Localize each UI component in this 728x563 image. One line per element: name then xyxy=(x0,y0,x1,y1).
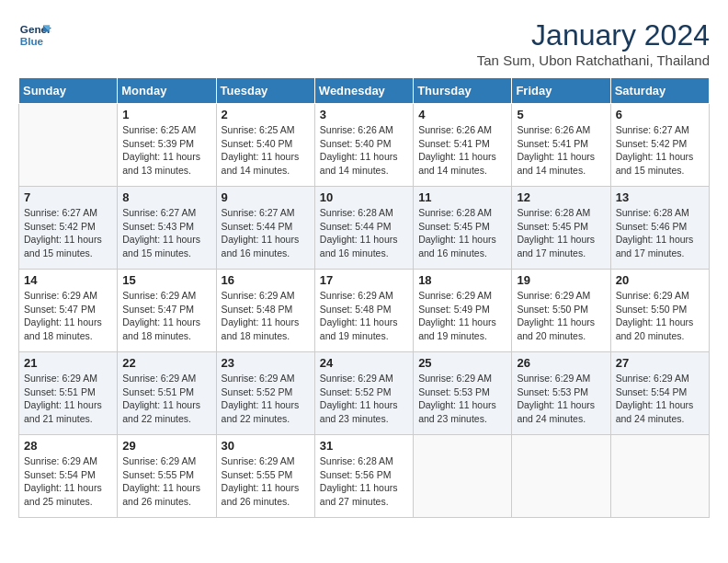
day-number: 14 xyxy=(24,273,112,287)
day-number: 10 xyxy=(320,190,408,204)
calendar-cell: 29Sunrise: 6:29 AM Sunset: 5:55 PM Dayli… xyxy=(118,435,216,518)
day-number: 9 xyxy=(222,190,310,204)
weekday-header-sunday: Sunday xyxy=(19,78,118,104)
day-number: 1 xyxy=(122,108,210,121)
day-info: Sunrise: 6:26 AM Sunset: 5:41 PM Dayligh… xyxy=(517,123,605,178)
day-info: Sunrise: 6:29 AM Sunset: 5:54 PM Dayligh… xyxy=(24,454,112,509)
day-number: 31 xyxy=(320,439,408,453)
day-number: 23 xyxy=(222,356,310,370)
calendar-cell: 9Sunrise: 6:27 AM Sunset: 5:44 PM Daylig… xyxy=(216,187,314,270)
day-number: 7 xyxy=(24,190,112,204)
day-info: Sunrise: 6:29 AM Sunset: 5:55 PM Dayligh… xyxy=(122,454,210,509)
calendar-cell: 30Sunrise: 6:29 AM Sunset: 5:55 PM Dayli… xyxy=(216,435,314,518)
day-number: 16 xyxy=(222,273,310,287)
day-info: Sunrise: 6:25 AM Sunset: 5:40 PM Dayligh… xyxy=(222,123,310,178)
day-info: Sunrise: 6:27 AM Sunset: 5:43 PM Dayligh… xyxy=(122,206,210,260)
day-info: Sunrise: 6:29 AM Sunset: 5:49 PM Dayligh… xyxy=(418,289,506,343)
day-number: 18 xyxy=(418,273,506,287)
day-number: 30 xyxy=(222,439,310,453)
day-number: 8 xyxy=(122,190,210,204)
day-number: 28 xyxy=(24,439,112,453)
calendar-cell: 23Sunrise: 6:29 AM Sunset: 5:52 PM Dayli… xyxy=(216,352,314,435)
weekday-header-saturday: Saturday xyxy=(610,78,709,104)
day-number: 29 xyxy=(122,439,210,453)
day-info: Sunrise: 6:29 AM Sunset: 5:50 PM Dayligh… xyxy=(517,289,605,343)
calendar-cell: 6Sunrise: 6:27 AM Sunset: 5:42 PM Daylig… xyxy=(610,104,709,187)
calendar-cell xyxy=(414,435,512,518)
page-header: General Blue January 2024 Tan Sum, Ubon … xyxy=(18,18,710,68)
day-number: 5 xyxy=(517,108,605,121)
day-info: Sunrise: 6:29 AM Sunset: 5:53 PM Dayligh… xyxy=(418,372,506,426)
weekday-header-friday: Friday xyxy=(512,78,610,104)
calendar-cell: 5Sunrise: 6:26 AM Sunset: 5:41 PM Daylig… xyxy=(512,104,610,187)
day-info: Sunrise: 6:28 AM Sunset: 5:56 PM Dayligh… xyxy=(320,454,408,509)
day-info: Sunrise: 6:29 AM Sunset: 5:54 PM Dayligh… xyxy=(616,372,704,426)
calendar-week-row: 21Sunrise: 6:29 AM Sunset: 5:51 PM Dayli… xyxy=(19,352,710,435)
calendar-cell: 26Sunrise: 6:29 AM Sunset: 5:53 PM Dayli… xyxy=(512,352,610,435)
calendar-cell: 20Sunrise: 6:29 AM Sunset: 5:50 PM Dayli… xyxy=(610,270,709,352)
calendar-cell: 31Sunrise: 6:28 AM Sunset: 5:56 PM Dayli… xyxy=(314,435,413,518)
day-info: Sunrise: 6:27 AM Sunset: 5:42 PM Dayligh… xyxy=(24,206,112,260)
day-info: Sunrise: 6:28 AM Sunset: 5:45 PM Dayligh… xyxy=(517,206,605,260)
day-info: Sunrise: 6:27 AM Sunset: 5:42 PM Dayligh… xyxy=(616,123,704,178)
main-title: January 2024 xyxy=(477,18,710,52)
day-info: Sunrise: 6:27 AM Sunset: 5:44 PM Dayligh… xyxy=(222,206,310,260)
day-info: Sunrise: 6:29 AM Sunset: 5:51 PM Dayligh… xyxy=(122,372,210,426)
logo-icon: General Blue xyxy=(18,18,51,52)
calendar-cell: 17Sunrise: 6:29 AM Sunset: 5:48 PM Dayli… xyxy=(314,270,413,352)
day-number: 26 xyxy=(517,356,605,370)
day-number: 3 xyxy=(320,108,408,121)
weekday-header-monday: Monday xyxy=(118,78,216,104)
calendar-cell: 7Sunrise: 6:27 AM Sunset: 5:42 PM Daylig… xyxy=(19,187,118,270)
calendar-week-row: 7Sunrise: 6:27 AM Sunset: 5:42 PM Daylig… xyxy=(19,187,710,270)
day-number: 17 xyxy=(320,273,408,287)
svg-text:Blue: Blue xyxy=(20,35,44,47)
day-info: Sunrise: 6:29 AM Sunset: 5:52 PM Dayligh… xyxy=(222,372,310,426)
day-info: Sunrise: 6:26 AM Sunset: 5:40 PM Dayligh… xyxy=(320,123,408,178)
day-info: Sunrise: 6:29 AM Sunset: 5:51 PM Dayligh… xyxy=(24,372,112,426)
day-info: Sunrise: 6:29 AM Sunset: 5:53 PM Dayligh… xyxy=(517,372,605,426)
day-number: 15 xyxy=(122,273,210,287)
day-number: 13 xyxy=(616,190,704,204)
day-info: Sunrise: 6:26 AM Sunset: 5:41 PM Dayligh… xyxy=(418,123,506,178)
day-number: 24 xyxy=(320,356,408,370)
calendar-cell: 27Sunrise: 6:29 AM Sunset: 5:54 PM Dayli… xyxy=(610,352,709,435)
calendar-cell xyxy=(19,104,118,187)
calendar-cell: 11Sunrise: 6:28 AM Sunset: 5:45 PM Dayli… xyxy=(414,187,512,270)
calendar-cell: 1Sunrise: 6:25 AM Sunset: 5:39 PM Daylig… xyxy=(118,104,216,187)
day-info: Sunrise: 6:29 AM Sunset: 5:48 PM Dayligh… xyxy=(320,289,408,343)
day-number: 22 xyxy=(122,356,210,370)
day-info: Sunrise: 6:28 AM Sunset: 5:45 PM Dayligh… xyxy=(418,206,506,260)
calendar-cell: 24Sunrise: 6:29 AM Sunset: 5:52 PM Dayli… xyxy=(314,352,413,435)
weekday-header-thursday: Thursday xyxy=(414,78,512,104)
day-info: Sunrise: 6:29 AM Sunset: 5:47 PM Dayligh… xyxy=(122,289,210,343)
calendar-cell: 21Sunrise: 6:29 AM Sunset: 5:51 PM Dayli… xyxy=(19,352,118,435)
day-number: 25 xyxy=(418,356,506,370)
day-number: 21 xyxy=(24,356,112,370)
calendar-cell: 15Sunrise: 6:29 AM Sunset: 5:47 PM Dayli… xyxy=(118,270,216,352)
day-number: 6 xyxy=(616,108,704,121)
day-number: 12 xyxy=(517,190,605,204)
day-number: 27 xyxy=(616,356,704,370)
calendar-cell: 25Sunrise: 6:29 AM Sunset: 5:53 PM Dayli… xyxy=(414,352,512,435)
day-info: Sunrise: 6:29 AM Sunset: 5:48 PM Dayligh… xyxy=(222,289,310,343)
day-info: Sunrise: 6:29 AM Sunset: 5:55 PM Dayligh… xyxy=(222,454,310,509)
day-info: Sunrise: 6:29 AM Sunset: 5:47 PM Dayligh… xyxy=(24,289,112,343)
calendar-week-row: 1Sunrise: 6:25 AM Sunset: 5:39 PM Daylig… xyxy=(19,104,710,187)
title-block: January 2024 Tan Sum, Ubon Ratchathani, … xyxy=(477,18,710,68)
day-number: 19 xyxy=(517,273,605,287)
calendar-week-row: 28Sunrise: 6:29 AM Sunset: 5:54 PM Dayli… xyxy=(19,435,710,518)
calendar-week-row: 14Sunrise: 6:29 AM Sunset: 5:47 PM Dayli… xyxy=(19,270,710,352)
day-info: Sunrise: 6:28 AM Sunset: 5:46 PM Dayligh… xyxy=(616,206,704,260)
calendar-cell: 14Sunrise: 6:29 AM Sunset: 5:47 PM Dayli… xyxy=(19,270,118,352)
calendar-cell xyxy=(610,435,709,518)
calendar-cell: 16Sunrise: 6:29 AM Sunset: 5:48 PM Dayli… xyxy=(216,270,314,352)
calendar-cell: 28Sunrise: 6:29 AM Sunset: 5:54 PM Dayli… xyxy=(19,435,118,518)
calendar-cell: 19Sunrise: 6:29 AM Sunset: 5:50 PM Dayli… xyxy=(512,270,610,352)
day-info: Sunrise: 6:29 AM Sunset: 5:52 PM Dayligh… xyxy=(320,372,408,426)
day-number: 2 xyxy=(222,108,310,121)
calendar-cell: 12Sunrise: 6:28 AM Sunset: 5:45 PM Dayli… xyxy=(512,187,610,270)
logo: General Blue xyxy=(18,18,51,52)
calendar-cell: 18Sunrise: 6:29 AM Sunset: 5:49 PM Dayli… xyxy=(414,270,512,352)
weekday-header-row: SundayMondayTuesdayWednesdayThursdayFrid… xyxy=(19,78,710,104)
